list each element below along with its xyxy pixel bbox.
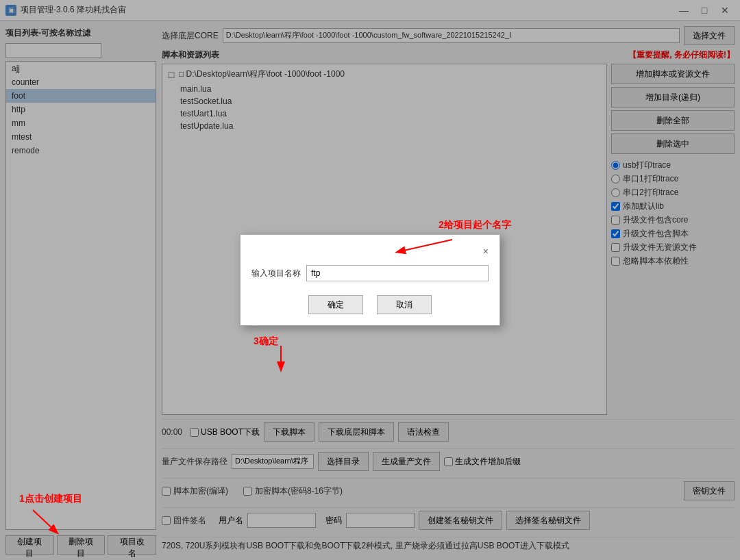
modal-titlebar: ×: [251, 246, 489, 257]
modal-cancel-button[interactable]: 取消: [377, 295, 432, 314]
create-project-modal: × 输入项目名称 确定 取消: [240, 234, 500, 326]
modal-input-row: 输入项目名称: [251, 265, 489, 281]
modal-overlay: × 输入项目名称 确定 取消: [0, 0, 740, 560]
modal-close-button[interactable]: ×: [483, 246, 489, 257]
modal-buttons: 确定 取消: [251, 295, 489, 314]
modal-project-name-input[interactable]: [306, 265, 489, 281]
modal-confirm-button[interactable]: 确定: [308, 295, 363, 314]
modal-input-label: 输入项目名称: [251, 268, 301, 279]
